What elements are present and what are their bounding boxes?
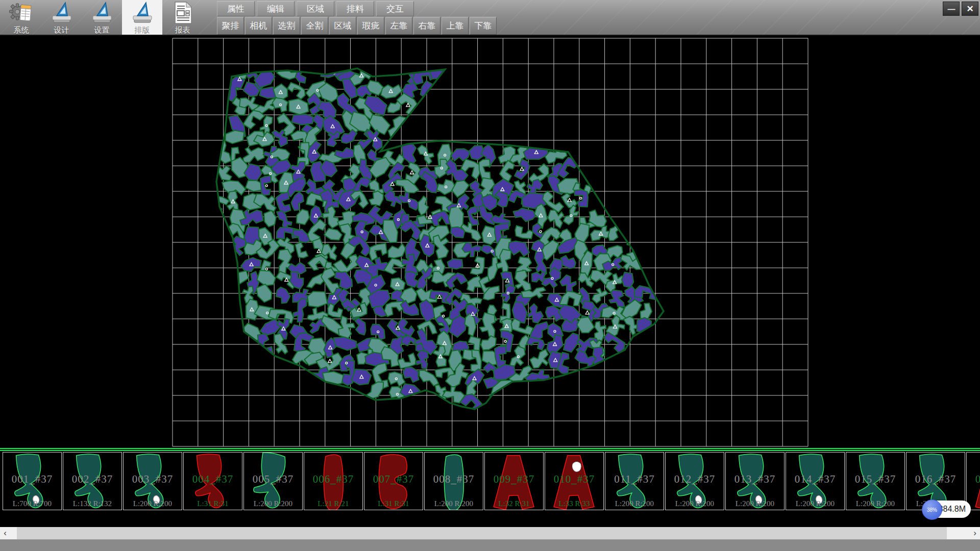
scrollbar-thumb[interactable] xyxy=(17,527,947,539)
piece-thumbnail[interactable]: 007_#37 L:31 R:31 xyxy=(364,452,423,510)
piece-id-label: 006_#37 xyxy=(304,473,362,486)
tool-align-right[interactable]: 右靠 xyxy=(413,17,440,35)
tool-select-cut[interactable]: 选割 xyxy=(273,17,300,35)
nesting-canvas[interactable] xyxy=(0,36,980,448)
nested-pieces xyxy=(207,63,658,411)
piece-thumbnail[interactable]: 011_#37 L:200 R:200 xyxy=(605,452,664,510)
piece-thumbnail[interactable]: 017_#37 L: xyxy=(966,452,980,510)
piece-lr-count-label: L:200 R:200 xyxy=(666,499,724,508)
piece-thumbnail[interactable]: 009_#37 L:32 R:31 xyxy=(484,452,544,510)
piece-lr-count-label: L:33 R:33 xyxy=(545,499,603,508)
settings-ruler-icon xyxy=(90,1,114,27)
nesting-svg xyxy=(0,36,980,448)
progress-value: 38% xyxy=(927,507,937,513)
piece-thumbnail[interactable]: 013_#37 L:200 R:200 xyxy=(725,452,785,510)
piece-id-label: 005_#37 xyxy=(244,473,302,486)
piece-id-label: 010_#37 xyxy=(545,473,603,486)
app-tab-system[interactable]: 系统 xyxy=(1,0,41,35)
piece-id-label: 009_#37 xyxy=(485,473,543,486)
menu-interaction[interactable]: 交互 xyxy=(376,1,414,16)
menu-nesting[interactable]: 排料 xyxy=(336,1,374,16)
close-icon: ✕ xyxy=(966,4,973,14)
report-doc-icon xyxy=(171,1,194,27)
piece-id-label: 007_#37 xyxy=(364,473,423,486)
piece-lr-count-label: L:200 R:200 xyxy=(846,499,904,508)
piece-lr-count-label: L:200 R:200 xyxy=(726,499,784,508)
design-ruler-icon xyxy=(50,1,74,27)
piece-lr-count-label: L:200 R:200 xyxy=(425,499,483,508)
piece-thumbnail[interactable]: 008_#37 L:200 R:200 xyxy=(424,452,483,510)
piece-lr-count-label: L:31 R:31 xyxy=(184,499,242,508)
nesting-ruler-icon xyxy=(131,1,154,27)
app-tab-label: 报表 xyxy=(175,26,190,34)
window-controls: — ✕ xyxy=(943,2,978,16)
app-tab-label: 设计 xyxy=(54,26,69,34)
app-tab-design[interactable]: 设计 xyxy=(41,0,82,35)
piece-lr-count-label: L:200 R:200 xyxy=(786,499,844,508)
status-bar xyxy=(0,539,980,551)
scroll-right-icon[interactable]: › xyxy=(970,527,980,539)
piece-thumbnail[interactable]: 004_#37 L:31 R:31 xyxy=(183,452,242,510)
toolbar: 系统 设计 xyxy=(0,0,980,36)
piece-lr-count-label: L:132 R:132 xyxy=(63,499,121,508)
piece-lr-count-label: L:200 R:200 xyxy=(244,499,302,508)
tool-cluster-nest[interactable]: 聚排 xyxy=(217,17,244,35)
piece-thumbnail[interactable]: 006_#37 L:21 R:21 xyxy=(304,452,363,510)
piece-thumbnail-strip: 001_#37 L:700 R:700 002_#37 L:132 R:132 … xyxy=(0,451,980,527)
app-tab-nesting[interactable]: 排版 xyxy=(122,0,162,35)
piece-thumbnail[interactable]: 003_#37 L:200 R:200 xyxy=(123,452,182,510)
piece-thumbnail[interactable]: 001_#37 L:700 R:700 xyxy=(3,452,62,510)
app-tab-label: 设置 xyxy=(94,26,110,34)
tool-defect[interactable]: 瑕疵 xyxy=(357,17,384,35)
piece-id-label: 001_#37 xyxy=(3,473,61,486)
menu-region[interactable]: 区域 xyxy=(297,1,334,16)
tool-cut-all[interactable]: 全割 xyxy=(301,17,328,35)
piece-lr-count-label: L:21 R:21 xyxy=(304,499,362,508)
piece-id-label: 008_#37 xyxy=(425,473,483,486)
piece-id-label: 013_#37 xyxy=(726,473,784,486)
piece-id-label: 011_#37 xyxy=(605,473,664,486)
progress-badge: 38% xyxy=(922,499,942,520)
tool-align-left[interactable]: 左靠 xyxy=(385,17,412,35)
piece-thumbnail[interactable]: 005_#37 L:200 R:200 xyxy=(243,452,303,510)
tool-align-bottom[interactable]: 下靠 xyxy=(470,17,497,35)
piece-id-label: 004_#37 xyxy=(184,473,242,486)
piece-thumbnail[interactable]: 002_#37 L:132 R:132 xyxy=(63,452,122,510)
scroll-left-icon[interactable]: ‹ xyxy=(0,527,10,539)
piece-lr-count-label: L:200 R:200 xyxy=(605,499,664,508)
piece-thumbnail[interactable]: 015_#37 L:200 R:200 xyxy=(846,452,905,510)
horizontal-scrollbar[interactable]: ‹ › xyxy=(0,527,980,539)
menu-edit[interactable]: 编辑 xyxy=(257,1,295,16)
piece-id-label: 015_#37 xyxy=(846,473,904,486)
piece-id-label: 016_#37 xyxy=(906,473,965,486)
piece-lr-count-label: L:700 R:700 xyxy=(3,499,61,508)
app-tab-report[interactable]: 报表 xyxy=(162,0,203,35)
app-mode-bar: 系统 设计 xyxy=(1,0,203,35)
piece-thumbnail[interactable]: 014_#37 L:200 R:200 xyxy=(786,452,845,510)
piece-lr-count-label: L:200 R:200 xyxy=(124,499,182,508)
app-tab-label: 排版 xyxy=(135,26,150,34)
piece-lr-count-label: L:32 R:31 xyxy=(485,499,543,508)
memory-value: 384.8M xyxy=(939,505,966,514)
tool-region[interactable]: 区域 xyxy=(329,17,356,35)
app-tab-settings[interactable]: 设置 xyxy=(82,0,122,35)
menu-properties[interactable]: 属性 xyxy=(217,1,255,16)
piece-id-label: 012_#37 xyxy=(666,473,724,486)
tool-camera[interactable]: 相机 xyxy=(245,17,272,35)
system-gear-icon xyxy=(9,1,34,27)
piece-lr-count-label: L:31 R:31 xyxy=(364,499,423,508)
tool-align-top[interactable]: 上靠 xyxy=(442,17,469,35)
piece-thumbnail[interactable]: 010_#37 L:33 R:33 xyxy=(545,452,604,510)
piece-thumbnail[interactable]: 012_#37 L:200 R:200 xyxy=(665,452,724,510)
minimize-icon: — xyxy=(948,5,955,13)
piece-id-label: 003_#37 xyxy=(124,473,182,486)
minimize-button[interactable]: — xyxy=(943,2,960,16)
app-tab-label: 系统 xyxy=(14,26,29,34)
piece-id-label: 017_#37 xyxy=(967,473,980,486)
close-button[interactable]: ✕ xyxy=(962,2,978,16)
piece-id-label: 002_#37 xyxy=(63,473,121,486)
menu-bar: 属性 编辑 区域 排料 交互 xyxy=(217,1,414,16)
tool-bar: 聚排 相机 选割 全割 区域 瑕疵 左靠 右靠 上靠 下靠 xyxy=(217,17,497,35)
piece-id-label: 014_#37 xyxy=(786,473,844,486)
nesting-app-window: 系统 设计 xyxy=(0,0,980,551)
